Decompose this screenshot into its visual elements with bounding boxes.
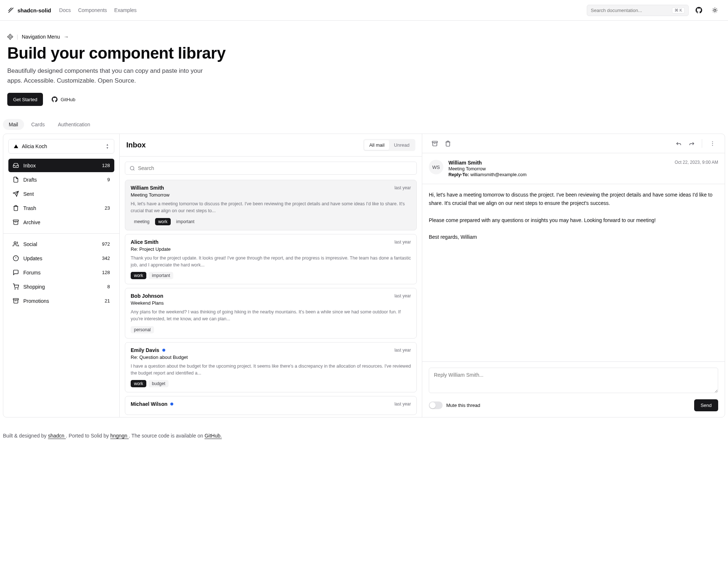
mute-switch[interactable] xyxy=(429,401,443,409)
mail-sidebar: Alicia Koch ▲▼ Inbox128Drafts9SentTrash2… xyxy=(3,134,120,417)
folder-archive[interactable]: Archive xyxy=(8,215,114,229)
folder-count: 128 xyxy=(102,270,110,275)
send-button[interactable]: Send xyxy=(694,399,718,411)
message-subject: Re: Project Update xyxy=(131,246,411,252)
message-time: last year xyxy=(395,348,411,353)
folder-drafts[interactable]: Drafts9 xyxy=(8,173,114,186)
folder-trash[interactable]: Trash23 xyxy=(8,201,114,215)
chat-icon xyxy=(13,269,19,276)
folder-label: Sent xyxy=(23,191,106,197)
message-time: last year xyxy=(395,240,411,245)
message-from: William Smith xyxy=(131,185,164,191)
folder-sent[interactable]: Sent xyxy=(8,187,114,201)
divider xyxy=(702,139,702,148)
footer: Built & designed by shadcn . Ported to S… xyxy=(0,425,728,450)
reply-button[interactable] xyxy=(673,138,684,149)
breadcrumb-sep: | xyxy=(17,34,18,40)
trash-button[interactable] xyxy=(442,138,454,149)
hero-title: Build your component library xyxy=(7,44,721,62)
logo-icon xyxy=(7,7,15,14)
folder-label: Drafts xyxy=(23,177,103,183)
folder-updates[interactable]: Updates342 xyxy=(8,252,114,265)
folder-social[interactable]: Social972 xyxy=(8,237,114,251)
brand-logo[interactable]: shadcn-solid xyxy=(7,7,51,14)
avatar: WS xyxy=(429,160,443,174)
tab-mail[interactable]: Mail xyxy=(3,119,24,130)
filter-unread[interactable]: Unread xyxy=(389,140,414,150)
message-time: last year xyxy=(395,293,411,298)
get-started-button[interactable]: Get Started xyxy=(7,93,43,106)
trash-icon xyxy=(445,140,451,147)
folder-shopping[interactable]: Shopping8 xyxy=(8,280,114,293)
divider xyxy=(3,233,119,234)
cart-icon xyxy=(13,284,19,290)
message-from: Bob Johnson xyxy=(131,293,163,299)
tag: important xyxy=(149,272,173,279)
list-title: Inbox xyxy=(126,141,146,149)
breadcrumb-label[interactable]: Navigation Menu xyxy=(22,34,60,40)
footer-github-link[interactable]: GitHub. xyxy=(205,433,222,439)
detail-date: Oct 22, 2023, 9:00 AM xyxy=(675,160,718,177)
filter-all[interactable]: All mail xyxy=(364,140,389,150)
github-button-label: GitHub xyxy=(60,97,75,102)
folder-count: 128 xyxy=(102,163,110,168)
github-button[interactable]: GitHub xyxy=(47,93,79,106)
folder-label: Promotions xyxy=(23,298,100,304)
account-select[interactable]: Alicia Koch ▲▼ xyxy=(8,139,114,154)
tag: work xyxy=(155,218,171,225)
example-tabs: Mail Cards Authentication xyxy=(0,113,728,134)
forward-button[interactable] xyxy=(686,138,697,149)
message-item[interactable]: Alice Smith last year Re: Project Update… xyxy=(125,234,417,285)
nav-docs[interactable]: Docs xyxy=(59,7,71,13)
folder-forums[interactable]: Forums128 xyxy=(8,266,114,279)
folder-label: Updates xyxy=(23,256,98,261)
folder-promotions[interactable]: Promotions21 xyxy=(8,294,114,308)
mail-search[interactable] xyxy=(125,162,417,175)
svg-rect-14 xyxy=(11,36,13,38)
alert-icon xyxy=(13,255,19,261)
hero-subtitle: Beautifully designed components that you… xyxy=(7,66,211,86)
inbox-icon xyxy=(13,162,19,169)
folder-inbox[interactable]: Inbox128 xyxy=(8,159,114,172)
users-icon xyxy=(13,241,19,247)
github-link[interactable] xyxy=(693,4,705,16)
message-item[interactable]: Michael Wilson last year xyxy=(125,396,417,415)
mail-search-input[interactable] xyxy=(138,165,412,171)
search-box[interactable]: ⌘ K xyxy=(587,5,689,16)
message-item[interactable]: Emily Davis last year Re: Question about… xyxy=(125,342,417,393)
footer-hngngn-link[interactable]: hngngn xyxy=(110,433,129,439)
folder-count: 8 xyxy=(107,284,110,289)
search-kbd: ⌘ K xyxy=(672,7,685,13)
message-subject: Weekend Plans xyxy=(131,300,411,306)
tab-cards[interactable]: Cards xyxy=(25,119,51,130)
nav-examples[interactable]: Examples xyxy=(114,7,136,13)
message-preview: Any plans for the weekend? I was thinkin… xyxy=(131,309,411,322)
message-item[interactable]: William Smith last year Meeting Tomorrow… xyxy=(125,180,417,230)
footer-shadcn-link[interactable]: shadcn xyxy=(48,433,66,439)
folder-label: Shopping xyxy=(23,284,103,290)
github-icon xyxy=(696,7,702,13)
tag: work xyxy=(131,380,146,387)
folder-label: Archive xyxy=(23,219,106,225)
message-time: last year xyxy=(395,185,411,190)
reply-textarea[interactable] xyxy=(429,368,718,393)
folder-label: Inbox xyxy=(23,163,98,169)
detail-from: William Smith xyxy=(448,160,670,166)
tab-authentication[interactable]: Authentication xyxy=(52,119,96,130)
message-subject: Meeting Tomorrow xyxy=(131,192,411,198)
sun-icon xyxy=(712,7,718,13)
chevron-updown-icon: ▲▼ xyxy=(106,143,109,150)
more-button[interactable] xyxy=(707,138,718,149)
mail-detail: WS William Smith Meeting Tomorrow Reply-… xyxy=(422,134,725,417)
message-item[interactable]: Bob Johnson last year Weekend Plans Any … xyxy=(125,288,417,339)
folder-label: Forums xyxy=(23,270,98,276)
search-input[interactable] xyxy=(591,8,672,13)
archive-button[interactable] xyxy=(429,138,440,149)
message-from: Michael Wilson xyxy=(131,401,173,407)
nav-components[interactable]: Components xyxy=(78,7,107,13)
mail-list: Inbox All mail Unread William Smith last… xyxy=(120,134,422,417)
archive-icon xyxy=(432,140,438,147)
detail-subject: Meeting Tomorrow xyxy=(448,166,670,171)
message-preview: Thank you for the project update. It loo… xyxy=(131,255,411,269)
theme-toggle[interactable] xyxy=(709,4,721,16)
